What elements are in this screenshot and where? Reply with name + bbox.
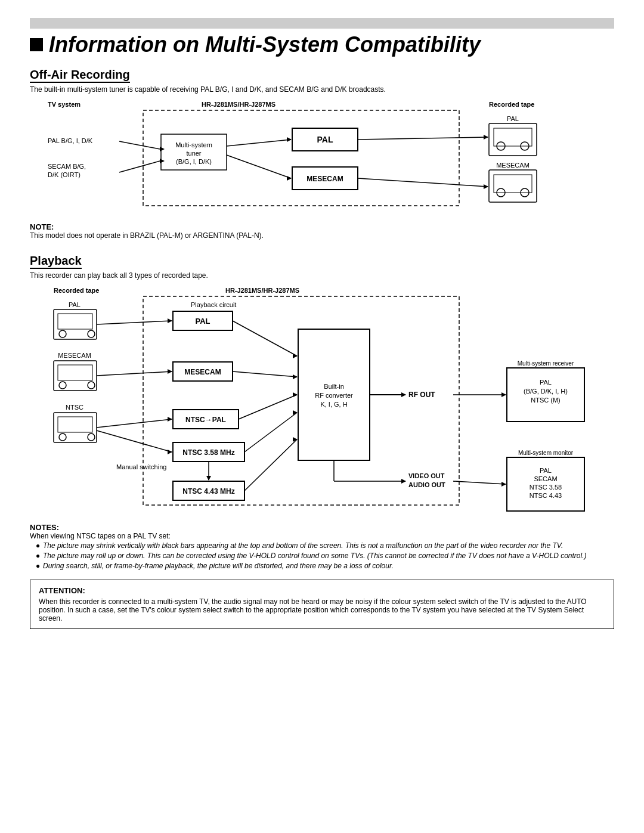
svg-point-67 <box>59 433 66 441</box>
svg-line-112 <box>453 481 506 484</box>
svg-point-68 <box>88 433 95 441</box>
playback-diagram: Recorded tape HR-J281MS/HR-J287MS Playba… <box>30 284 614 517</box>
svg-text:PAL B/G, I, D/K: PAL B/G, I, D/K <box>48 137 93 144</box>
svg-marker-92 <box>401 392 406 397</box>
svg-text:PAL: PAL <box>507 115 519 122</box>
svg-text:Manual switching: Manual switching <box>116 463 166 470</box>
svg-text:RF converter: RF converter <box>315 392 353 399</box>
svg-line-70 <box>97 321 172 324</box>
svg-line-15 <box>119 141 160 149</box>
svg-text:Playback circuit: Playback circuit <box>191 301 236 308</box>
svg-rect-99 <box>507 368 584 422</box>
header-bar <box>30 18 614 29</box>
svg-marker-34 <box>484 135 488 140</box>
svg-point-58 <box>88 330 95 337</box>
notes-section: NOTES: When viewing NTSC tapes on a PAL … <box>30 523 614 570</box>
svg-marker-81 <box>293 374 298 379</box>
svg-text:MESECAM: MESECAM <box>58 352 91 359</box>
svg-line-82 <box>239 395 297 419</box>
note-text: This model does not operate in BRAZIL (P… <box>30 231 614 240</box>
notes-list: The picture may shrink vertically with b… <box>30 541 614 570</box>
offair-note: NOTE: This model does not operate in BRA… <box>30 222 614 240</box>
svg-text:Multi-system monitor: Multi-system monitor <box>518 450 574 456</box>
svg-marker-77 <box>168 450 172 454</box>
svg-text:HR-J281MS/HR-J287MS: HR-J281MS/HR-J287MS <box>202 101 275 108</box>
offair-diagram: TV system HR-J281MS/HR-J287MS Recorded t… <box>30 98 614 218</box>
svg-marker-22 <box>287 176 292 181</box>
svg-point-62 <box>59 382 66 389</box>
svg-marker-88 <box>206 476 211 481</box>
svg-marker-83 <box>293 392 298 397</box>
svg-text:SECAM B/G,: SECAM B/G, <box>48 163 86 170</box>
svg-line-89 <box>244 439 297 491</box>
page-title: Information on Multi-System Compatibilit… <box>49 32 481 57</box>
playback-section: Playback This recorder can play back all… <box>30 254 614 517</box>
svg-text:PAL: PAL <box>195 317 210 326</box>
svg-text:AUDIO OUT: AUDIO OUT <box>408 481 445 488</box>
svg-text:Multi-system receiver: Multi-system receiver <box>518 360 574 367</box>
svg-line-72 <box>97 371 172 376</box>
svg-marker-79 <box>293 354 298 358</box>
svg-text:Recorded tape: Recorded tape <box>54 287 99 294</box>
svg-text:PAL: PAL <box>317 135 333 144</box>
svg-text:PAL: PAL <box>540 467 552 474</box>
playback-desc: This recorder can play back all 3 types … <box>30 271 614 280</box>
svg-line-19 <box>227 140 291 146</box>
attention-box: ATTENTION: When this recorder is connect… <box>30 580 614 629</box>
svg-marker-36 <box>484 184 488 189</box>
svg-text:tuner: tuner <box>186 150 201 157</box>
svg-text:(B/G, I, D/K): (B/G, I, D/K) <box>176 158 212 165</box>
svg-rect-61 <box>58 365 92 380</box>
svg-marker-20 <box>287 137 292 142</box>
svg-marker-96 <box>401 479 406 484</box>
svg-text:SECAM: SECAM <box>534 475 557 482</box>
svg-text:RF OUT: RF OUT <box>408 391 435 399</box>
svg-text:NTSC→PAL: NTSC→PAL <box>185 416 226 424</box>
playback-title: Playback <box>30 254 82 269</box>
svg-text:PAL: PAL <box>540 379 552 386</box>
svg-point-57 <box>59 330 66 337</box>
svg-line-21 <box>227 155 291 178</box>
svg-text:PAL: PAL <box>69 301 80 308</box>
svg-marker-113 <box>501 482 506 487</box>
svg-line-33 <box>358 137 488 140</box>
svg-marker-16 <box>160 147 165 151</box>
svg-text:NTSC 3.58 MHz: NTSC 3.58 MHz <box>182 448 234 457</box>
svg-text:NTSC 3.58: NTSC 3.58 <box>530 484 562 491</box>
list-item: The picture may roll up or down. This ca… <box>36 552 614 560</box>
svg-marker-75 <box>168 417 172 422</box>
svg-marker-73 <box>168 369 172 374</box>
svg-text:Recorded tape: Recorded tape <box>489 101 534 108</box>
svg-point-63 <box>88 382 95 389</box>
title-block: Information on Multi-System Compatibilit… <box>30 32 614 57</box>
svg-text:MESECAM: MESECAM <box>306 175 343 183</box>
svg-text:MESECAM: MESECAM <box>184 368 221 376</box>
offair-section: Off-Air Recording The built-in multi-sys… <box>30 68 614 240</box>
svg-text:MESECAM: MESECAM <box>496 162 530 169</box>
list-item: During search, still, or frame-by-frame … <box>36 562 614 570</box>
svg-marker-71 <box>168 318 172 323</box>
svg-text:NTSC 4.43 MHz: NTSC 4.43 MHz <box>182 487 234 496</box>
attention-text: When this recorder is connected to a mul… <box>39 597 605 623</box>
svg-line-84 <box>244 413 297 452</box>
svg-line-78 <box>233 321 297 356</box>
attention-title: ATTENTION: <box>39 586 605 595</box>
svg-text:D/K (OIRT): D/K (OIRT) <box>48 171 80 178</box>
title-square-icon <box>30 38 43 51</box>
svg-text:K, I, G, H: K, I, G, H <box>320 401 347 408</box>
svg-rect-56 <box>58 314 92 329</box>
svg-text:NTSC 4.43: NTSC 4.43 <box>530 492 562 499</box>
svg-marker-105 <box>501 392 506 397</box>
svg-line-80 <box>233 371 297 377</box>
svg-line-17 <box>119 161 160 172</box>
svg-text:NTSC (M): NTSC (M) <box>531 397 561 404</box>
offair-title: Off-Air Recording <box>30 68 130 83</box>
notes-intro: When viewing NTSC tapes on a PAL TV set: <box>30 532 614 540</box>
svg-line-35 <box>358 178 488 187</box>
list-item: The picture may shrink vertically with b… <box>36 541 614 550</box>
svg-text:HR-J281MS/HR-J287MS: HR-J281MS/HR-J287MS <box>225 287 299 294</box>
note-title: NOTE: <box>30 222 54 231</box>
svg-rect-24 <box>494 128 532 146</box>
svg-text:(B/G, D/K, I, H): (B/G, D/K, I, H) <box>524 388 568 395</box>
svg-rect-29 <box>494 175 532 193</box>
